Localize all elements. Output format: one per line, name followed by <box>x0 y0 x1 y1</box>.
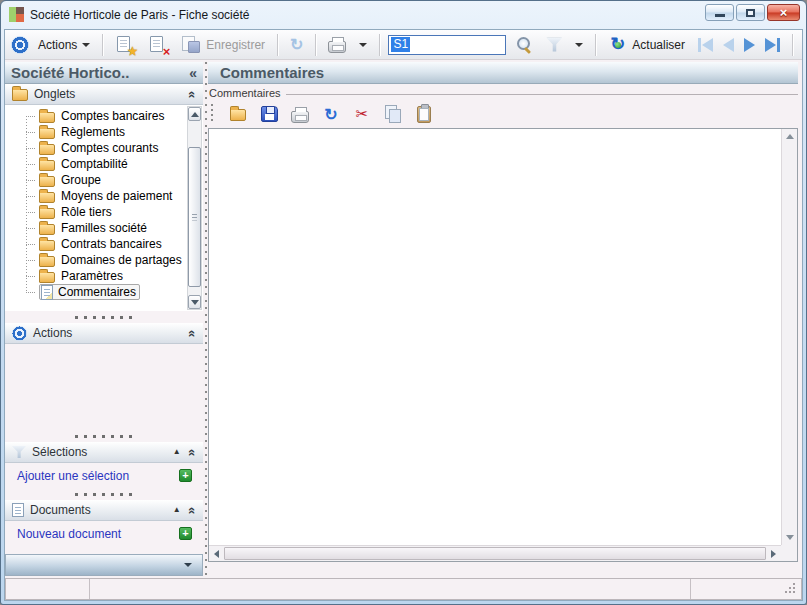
new-document-link[interactable]: Nouveau document <box>17 527 121 541</box>
collapse-section-icon[interactable]: « <box>185 506 200 513</box>
scroll-down-button[interactable] <box>188 295 201 309</box>
scroll-section-up-icon[interactable]: ▲ <box>173 506 181 514</box>
nav-last-button[interactable] <box>765 38 780 52</box>
copy-button[interactable] <box>382 103 404 125</box>
editor-horizontal-scrollbar[interactable] <box>209 545 781 561</box>
collapse-section-icon[interactable]: « <box>185 90 200 97</box>
groupbox-label-text: Commentaires <box>209 87 281 99</box>
actions-menu-button[interactable]: Actions <box>34 36 94 54</box>
status-pane-middle <box>90 579 691 599</box>
tree-branch <box>26 132 35 133</box>
scroll-left-button[interactable] <box>209 550 224 558</box>
scroll-right-button[interactable] <box>766 550 781 558</box>
refresh-comment-button[interactable]: ↻ <box>320 103 342 125</box>
add-selection-plus-button[interactable]: + <box>179 469 192 482</box>
toolbar-separator <box>595 34 596 56</box>
documents-add-row: Nouveau document + <box>5 521 203 546</box>
status-pane-left <box>6 579 90 599</box>
scrollbar-thumb[interactable] <box>224 547 766 560</box>
section-header-selections[interactable]: Sélections ▲ « <box>5 442 203 463</box>
maximize-button[interactable] <box>736 4 765 21</box>
new-record-button[interactable]: ★ <box>111 34 139 56</box>
tree-item-label: Contrats bancaires <box>61 237 162 251</box>
actions-section-body <box>5 344 203 430</box>
editor-vertical-scrollbar[interactable] <box>781 129 797 545</box>
section-header-actions[interactable]: Actions « <box>5 323 203 344</box>
commentaires-groupbox-label: Commentaires <box>208 86 798 100</box>
tree-item-comptabilite[interactable]: Comptabilité <box>5 156 187 172</box>
tree-item-reglements[interactable]: Règlements <box>5 124 187 140</box>
scroll-up-button[interactable] <box>188 107 201 121</box>
tree-item-role-tiers[interactable]: Rôle tiers <box>5 204 187 220</box>
folder-icon <box>39 272 55 283</box>
horizontal-splitter[interactable] <box>5 311 203 323</box>
actions-label: Actions <box>38 38 77 52</box>
scrollbar-thumb[interactable] <box>188 147 201 287</box>
horizontal-splitter[interactable] <box>5 430 203 442</box>
print-comment-button[interactable] <box>289 103 311 125</box>
nav-previous-button[interactable] <box>723 38 734 52</box>
toolbar-drag-handle[interactable] <box>211 104 213 124</box>
close-button[interactable]: × <box>767 4 800 21</box>
scroll-section-up-icon[interactable]: ▲ <box>173 448 181 456</box>
print-button[interactable] <box>324 34 350 55</box>
tree-item-domaines-de-partages[interactable]: Domaines de partages <box>5 252 187 268</box>
arrow-left-icon <box>214 550 219 558</box>
tree-item-commentaires-selected[interactable]: Commentaires <box>5 284 187 300</box>
minimize-button[interactable] <box>705 4 734 21</box>
document-icon <box>12 503 24 517</box>
tree-item-groupe[interactable]: Groupe <box>5 172 187 188</box>
filter-dropdown-button[interactable] <box>571 41 587 49</box>
minimize-icon <box>715 14 725 17</box>
resize-grip[interactable] <box>785 583 797 595</box>
note-icon <box>41 285 53 300</box>
nav-next-button[interactable] <box>744 38 755 52</box>
filter-button[interactable] <box>542 36 566 54</box>
chevron-down-icon <box>359 43 367 47</box>
tree-item-parametres[interactable]: Paramètres <box>5 268 187 284</box>
folder-icon <box>12 89 28 101</box>
content-row: Société Hortico.. « Onglets « Comptes ba… <box>5 60 802 578</box>
arrow-up-icon <box>786 134 794 139</box>
collapse-panel-icon[interactable]: « <box>189 65 197 81</box>
status-bar <box>5 578 802 600</box>
collapse-section-icon[interactable]: « <box>185 448 200 455</box>
close-icon: × <box>780 6 788 19</box>
print-dropdown-button[interactable] <box>355 41 371 49</box>
collapse-section-icon[interactable]: « <box>185 329 200 336</box>
actualiser-button[interactable]: ↻ Actualiser <box>604 33 689 56</box>
tree-item-familles-societe[interactable]: Familles société <box>5 220 187 236</box>
tree-item-comptes-courants[interactable]: Comptes courants <box>5 140 187 156</box>
delete-record-button[interactable]: × <box>144 34 172 56</box>
app-logo-icon <box>9 7 24 22</box>
refresh-button[interactable]: ↻ <box>286 34 307 55</box>
scroll-down-button[interactable] <box>786 530 794 545</box>
titlebar: Société Horticole de Paris - Fiche socié… <box>1 1 806 28</box>
section-header-documents[interactable]: Documents ▲ « <box>5 500 203 521</box>
save-button[interactable]: Enregistrer <box>177 34 269 55</box>
cut-button[interactable]: ✂ <box>351 103 373 125</box>
save-icon <box>261 106 278 122</box>
comment-editor[interactable] <box>209 129 781 545</box>
paste-button[interactable] <box>413 103 435 125</box>
folder-icon <box>39 160 55 171</box>
scroll-up-button[interactable] <box>786 129 794 144</box>
horizontal-splitter[interactable] <box>5 488 203 500</box>
search-input[interactable]: S1 <box>388 35 506 55</box>
left-panel-bottom-bar[interactable] <box>5 554 203 576</box>
tree-item-moyens-de-paiement[interactable]: Moyens de paiement <box>5 188 187 204</box>
new-document-plus-button[interactable]: + <box>179 527 192 540</box>
search-button[interactable] <box>511 34 537 56</box>
nav-first-button[interactable] <box>698 38 713 52</box>
tree-branch <box>26 260 35 261</box>
tree-item-comptes-bancaires[interactable]: Comptes bancaires <box>5 108 187 124</box>
tree-item-contrats-bancaires[interactable]: Contrats bancaires <box>5 236 187 252</box>
save-comment-button[interactable] <box>258 103 280 125</box>
tree-scrollbar[interactable] <box>187 106 202 310</box>
section-header-onglets[interactable]: Onglets « <box>5 84 203 105</box>
add-selection-link[interactable]: Ajouter une sélection <box>17 469 129 483</box>
toolbar-separator <box>315 34 316 56</box>
open-button[interactable] <box>227 103 249 125</box>
onglets-tree: Comptes bancaires Règlements Comptes cou… <box>5 105 203 311</box>
actions-section-label: Actions <box>33 326 72 340</box>
